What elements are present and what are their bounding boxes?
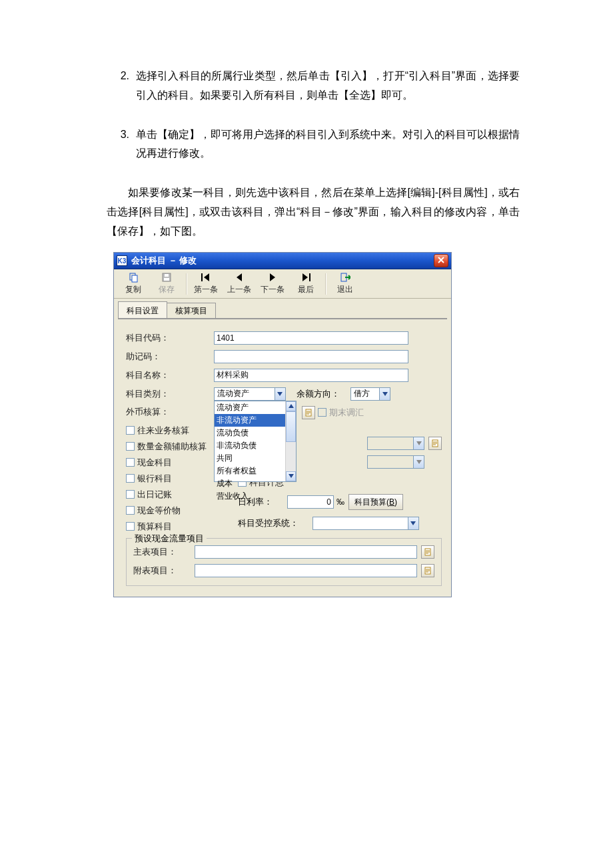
- chk-wanglai[interactable]: 往来业务核算: [126, 425, 226, 437]
- toolbar-separator: [325, 273, 326, 295]
- balance-dir-combo[interactable]: 借方: [350, 387, 390, 401]
- prev-icon: [235, 272, 243, 283]
- label-sub-item: 附表项目：: [133, 565, 195, 577]
- main-item-input[interactable]: [195, 545, 417, 559]
- chk-label: 现金科目: [137, 457, 172, 469]
- last-record-button[interactable]: 最后: [289, 271, 322, 297]
- chk-label: 往来业务核算: [137, 425, 189, 437]
- checkbox-box[interactable]: [126, 426, 135, 435]
- chk-cash[interactable]: 现金科目: [126, 457, 226, 469]
- fx-lookup-button[interactable]: [302, 406, 315, 419]
- exit-button[interactable]: 退出: [328, 271, 362, 297]
- category-dropdown-list[interactable]: 流动资产非流动资产流动负债非流动负债共同所有者权益成本营业收入: [214, 401, 297, 482]
- dropdown-arrow-icon[interactable]: [413, 437, 424, 449]
- scroll-thumb[interactable]: [286, 411, 296, 442]
- svg-marker-9: [303, 273, 308, 281]
- last-label: 最后: [298, 284, 314, 295]
- next-record-button[interactable]: 下一条: [256, 271, 289, 297]
- tab-label: 核算项目: [175, 306, 207, 315]
- category-option[interactable]: 非流动负债: [215, 439, 296, 452]
- label-fx: 外币核算：: [126, 406, 214, 418]
- rate-unit: ‰: [336, 497, 344, 507]
- copy-button[interactable]: 复制: [117, 271, 150, 297]
- tab-accounting-item[interactable]: 核算项目: [167, 303, 216, 318]
- category-option[interactable]: 成本: [215, 477, 296, 490]
- svg-marker-13: [289, 404, 294, 408]
- first-label: 第一条: [194, 284, 218, 295]
- end-adjust-checkbox: 期末调汇: [318, 407, 364, 419]
- scroll-track: [286, 442, 296, 471]
- label-balance-dir: 余额方向：: [297, 388, 340, 400]
- group-title: 预设现金流量项目: [132, 533, 207, 545]
- toolbar: 复制 保存 第一条 上一条: [114, 269, 451, 299]
- close-button[interactable]: [434, 254, 448, 267]
- tab-label: 科目设置: [127, 306, 159, 315]
- category-option[interactable]: 流动负债: [215, 427, 296, 439]
- main-item-lookup[interactable]: [421, 545, 434, 559]
- tab-account-settings[interactable]: 科目设置: [118, 301, 167, 318]
- copy-icon: [128, 272, 139, 283]
- aux-combo-1[interactable]: [367, 437, 424, 450]
- close-icon: [438, 255, 444, 265]
- dropdown-arrow-icon[interactable]: [275, 388, 285, 400]
- checkbox-box[interactable]: [126, 442, 135, 451]
- dropdown-arrow-icon[interactable]: [408, 517, 418, 529]
- btn-text-key: B: [389, 497, 394, 507]
- name-input[interactable]: [214, 369, 408, 382]
- category-combo[interactable]: 流动资产: [214, 387, 286, 401]
- chk-qty[interactable]: 数量金额辅助核算: [126, 441, 226, 453]
- next-icon: [269, 272, 277, 283]
- scrollbar[interactable]: [285, 401, 296, 481]
- chk-journal[interactable]: 出日记账: [126, 489, 226, 501]
- category-option[interactable]: 流动资产: [215, 401, 296, 414]
- code-input[interactable]: [214, 331, 408, 345]
- budget-button[interactable]: 科目预算(B): [348, 494, 403, 510]
- dialog-account-modify: K3 会计科目 － 修改 复制 保存: [113, 252, 452, 597]
- chk-bank[interactable]: 银行科目: [126, 473, 226, 485]
- category-option[interactable]: 所有者权益: [215, 465, 296, 477]
- chk-label: 银行科目: [137, 473, 172, 485]
- list-text: 选择引入科目的所属行业类型，然后单击【引入】，打开“引入科目”界面，选择要引入的…: [136, 67, 520, 105]
- checkbox-box[interactable]: [126, 490, 135, 499]
- scroll-up-button[interactable]: [286, 401, 296, 411]
- list-item-2: 2. 选择引入科目的所属行业类型，然后单击【引入】，打开“引入科目”界面，选择要…: [107, 67, 520, 105]
- svg-marker-14: [289, 474, 294, 478]
- aux-combo-2[interactable]: [367, 455, 424, 469]
- save-button[interactable]: 保存: [150, 271, 183, 297]
- titlebar[interactable]: K3 会计科目 － 修改: [114, 253, 451, 269]
- checkbox-box[interactable]: [126, 458, 135, 467]
- sub-item-input[interactable]: [195, 564, 417, 577]
- chk-equiv[interactable]: 现金等价物: [126, 505, 226, 517]
- balance-dir-value: 借方: [351, 388, 379, 399]
- scroll-down-button[interactable]: [286, 471, 296, 481]
- prev-record-button[interactable]: 上一条: [223, 271, 256, 297]
- category-option[interactable]: 非流动资产: [215, 414, 296, 427]
- label-controlled-sys: 科目受控系统：: [238, 517, 312, 529]
- left-check-column: 往来业务核算 数量金额辅助核算 现金科目 银行科目 出日记账 现金等价物 预算科…: [126, 425, 226, 533]
- list-number: 3.: [107, 125, 136, 164]
- aux-lookup-1[interactable]: [428, 437, 442, 450]
- tab-bar: 科目设置 核算项目: [114, 299, 451, 318]
- svg-marker-19: [416, 460, 422, 464]
- end-adjust-label: 期末调汇: [329, 407, 364, 419]
- checkbox-box[interactable]: [126, 522, 135, 531]
- category-option[interactable]: 共同: [215, 452, 296, 465]
- sub-item-lookup[interactable]: [421, 564, 434, 577]
- toolbar-separator: [186, 273, 187, 295]
- dropdown-arrow-icon[interactable]: [379, 388, 390, 400]
- list-number: 2.: [107, 67, 136, 105]
- form-area: 科目代码： 助记码： 科目名称： 科目类别：: [114, 319, 451, 597]
- svg-marker-6: [204, 273, 209, 281]
- controlled-sys-combo[interactable]: [312, 517, 419, 530]
- checkbox-box[interactable]: [126, 506, 135, 515]
- mnemonic-input[interactable]: [214, 350, 408, 363]
- first-record-button[interactable]: 第一条: [189, 271, 223, 297]
- checkbox-box[interactable]: [126, 474, 135, 483]
- category-option[interactable]: 营业收入: [215, 490, 296, 503]
- svg-marker-15: [382, 392, 388, 396]
- dropdown-arrow-icon[interactable]: [413, 456, 424, 468]
- last-icon: [301, 272, 310, 283]
- checkbox-box: [318, 408, 326, 417]
- next-label: 下一条: [261, 284, 285, 295]
- chk-budget[interactable]: 预算科目: [126, 521, 226, 533]
